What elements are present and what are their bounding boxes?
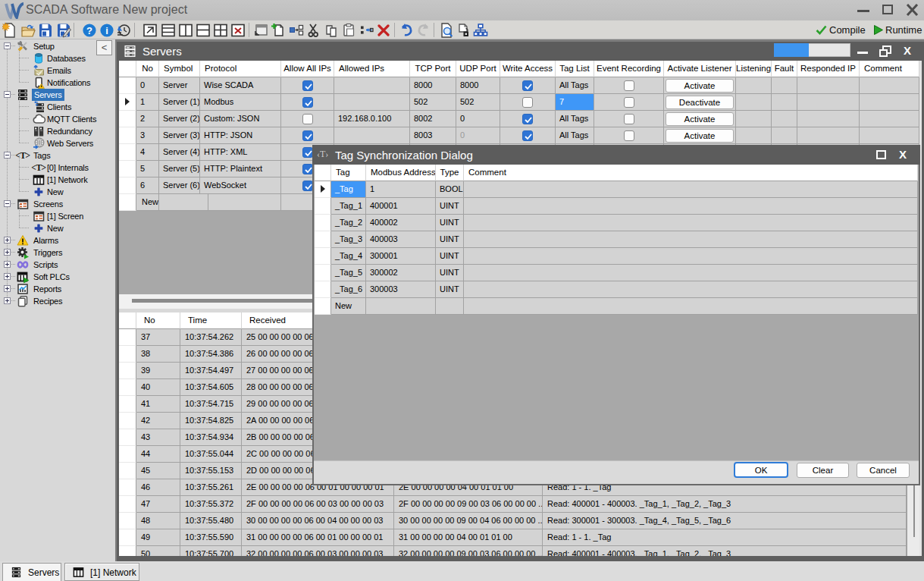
svg-text:<T>: <T>	[31, 163, 45, 172]
svg-text:?: ?	[86, 25, 92, 36]
svg-text:i: i	[105, 25, 108, 36]
svg-text:<T>: <T>	[15, 151, 30, 160]
